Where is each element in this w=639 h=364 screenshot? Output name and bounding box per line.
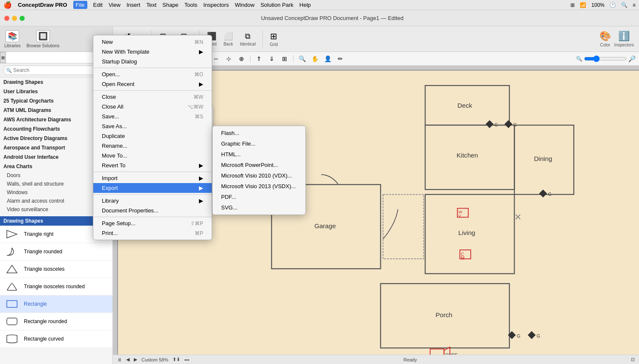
app-name-menu[interactable]: ConceptDraw PRO bbox=[18, 2, 67, 8]
back-group[interactable]: ⬜ Back bbox=[222, 32, 235, 46]
person-tool[interactable]: 👤 bbox=[322, 54, 333, 64]
menubar-solution-park[interactable]: Solution Park bbox=[260, 2, 293, 8]
menu-duplicate[interactable]: Duplicate bbox=[113, 131, 212, 141]
prev-page-button[interactable]: ◀ bbox=[126, 357, 130, 362]
group-tool[interactable]: ⊞ bbox=[279, 54, 290, 64]
search-icon: 🔍 bbox=[6, 68, 12, 73]
hand-tool[interactable]: ✋ bbox=[309, 54, 320, 64]
svg-text:V: V bbox=[458, 214, 461, 218]
menu-sep1 bbox=[113, 68, 212, 68]
svg-text:G: G bbox=[517, 334, 520, 338]
zoom-out-tool[interactable]: 🔍 bbox=[296, 54, 308, 64]
export-powerpoint[interactable]: Microsoft PowerPoint... bbox=[213, 160, 305, 170]
maximize-button[interactable] bbox=[20, 16, 25, 21]
connect-tool[interactable]: ⊕ bbox=[236, 54, 247, 64]
next-page-button[interactable]: ▶ bbox=[134, 357, 137, 362]
menubar-tools[interactable]: Tools bbox=[184, 2, 197, 8]
rectangle-curved-icon bbox=[4, 333, 20, 345]
menu-move-to[interactable]: Move To... bbox=[113, 151, 212, 161]
zoom-in-icon[interactable]: 🔎 bbox=[628, 55, 636, 62]
color-tool[interactable]: 🎨 Color bbox=[599, 31, 611, 47]
svg-text:Living: Living bbox=[458, 229, 475, 236]
export-pdf[interactable]: PDF... bbox=[213, 192, 305, 202]
menu-close[interactable]: Close ⌘W bbox=[113, 92, 212, 102]
export-visio-2013[interactable]: Microsoft Visio 2013 (VSDX)... bbox=[213, 181, 305, 192]
pencil-tool[interactable]: ✏ bbox=[335, 54, 346, 64]
menu-sep3 bbox=[113, 172, 212, 172]
export-submenu: Flash... Graphic File... HTML... Microso… bbox=[212, 126, 306, 215]
zoom-area: 🔍 🔎 bbox=[576, 55, 636, 62]
status-ready: Ready bbox=[403, 357, 417, 362]
search-menubar-icon[interactable]: 🔍 bbox=[621, 2, 627, 8]
menu-export[interactable]: Export ▶ bbox=[113, 183, 212, 193]
menubar-view[interactable]: View bbox=[109, 2, 121, 8]
inspectors-tool[interactable]: ℹ️ Inspectors bbox=[614, 31, 634, 47]
shape-triangle-isosceles-rounded[interactable]: Triangle isosceles rounded bbox=[0, 278, 112, 295]
tab-left-arrow[interactable]: ⊞ bbox=[0, 52, 6, 63]
menu-sep2 bbox=[113, 90, 212, 91]
menubar-shape[interactable]: Shape bbox=[162, 2, 178, 8]
pause-button[interactable]: ⏸ bbox=[117, 357, 122, 362]
svg-marker-17 bbox=[486, 120, 494, 128]
menubar-insert[interactable]: Insert bbox=[127, 2, 141, 8]
grid-group[interactable]: ⊞ Grid bbox=[268, 31, 279, 47]
menu-save[interactable]: Save... ⌘S bbox=[113, 112, 212, 121]
menu-page-setup[interactable]: Page Setup... ⇧⌘P bbox=[113, 218, 212, 228]
shape-label: Triangle rounded bbox=[24, 249, 62, 255]
move-down-tool[interactable]: ⇓ bbox=[266, 54, 277, 64]
menu-doc-properties[interactable]: Document Properties... bbox=[113, 206, 212, 215]
menubar-help[interactable]: Help bbox=[299, 2, 311, 8]
menu-open-recent[interactable]: Open Recent ▶ bbox=[113, 79, 212, 89]
menubar-edit[interactable]: Edit bbox=[93, 2, 103, 8]
status-bar: ⏸ ◀ ▶ Custom 58% ⬆⬇ ▪▪▪ Ready ⊡ bbox=[113, 355, 639, 364]
export-svg[interactable]: SVG... bbox=[213, 202, 305, 213]
move-up-tool[interactable]: ⇑ bbox=[253, 54, 265, 64]
menu-library[interactable]: Library ▶ bbox=[113, 196, 212, 206]
menu-import[interactable]: Import ▶ bbox=[113, 173, 212, 183]
app-window: 🍎 ConceptDraw PRO File Edit View Insert … bbox=[0, 0, 639, 364]
shape-triangle-isosceles[interactable]: Triangle isosceles bbox=[0, 261, 112, 278]
shape-triangle-rounded[interactable]: Triangle rounded bbox=[0, 243, 112, 261]
export-flash[interactable]: Flash... bbox=[213, 128, 305, 138]
shape-label: Rectangle bbox=[24, 301, 47, 307]
triangle-isosceles-icon bbox=[4, 263, 20, 275]
export-html[interactable]: HTML... bbox=[213, 149, 305, 160]
menubar-inspectors[interactable]: Inspectors bbox=[203, 2, 229, 8]
apple-menu[interactable]: 🍎 bbox=[3, 1, 12, 9]
zoom-stepper[interactable]: ⬆⬇ bbox=[173, 357, 180, 362]
resize-handle[interactable]: ⊡ bbox=[631, 357, 635, 362]
menubar-file[interactable]: File bbox=[73, 1, 87, 9]
libraries-button[interactable]: 📚 Libraries bbox=[4, 30, 20, 48]
shape-rectangle[interactable]: Rectangle bbox=[0, 295, 112, 313]
menu-close-all[interactable]: Close All ⌥⌘W bbox=[113, 102, 212, 112]
svg-text:G: G bbox=[537, 334, 540, 338]
close-button[interactable] bbox=[4, 16, 9, 21]
shape-rectangle-curved[interactable]: Rectangle curved bbox=[0, 330, 112, 348]
zoom-slider[interactable] bbox=[584, 55, 627, 62]
identical-group[interactable]: ⧉ Identical bbox=[238, 32, 257, 46]
list-icon[interactable]: ≡ bbox=[633, 2, 636, 8]
menubar-text[interactable]: Text bbox=[146, 2, 156, 8]
menu-open[interactable]: Open... ⌘O bbox=[113, 69, 212, 79]
shape-label: Rectangle curved bbox=[24, 336, 63, 342]
svg-text:G: G bbox=[513, 123, 517, 127]
zoom-out-icon[interactable]: 🔍 bbox=[576, 56, 582, 62]
shapes-tab[interactable] bbox=[6, 52, 106, 63]
menu-print[interactable]: Print... ⌘P bbox=[113, 228, 212, 238]
browse-solutions-button[interactable]: 🔲 Browse Solutions bbox=[26, 30, 59, 48]
menu-save-as[interactable]: Save As... bbox=[113, 121, 212, 131]
shape-rectangle-rounded[interactable]: Rectangle rounded bbox=[0, 313, 112, 330]
minimize-button[interactable] bbox=[12, 16, 17, 21]
menu-revert-to[interactable]: Revert To ▶ bbox=[113, 161, 212, 170]
titlebar: Unsaved ConceptDraw PRO Document - Page1… bbox=[0, 10, 639, 26]
export-visio-2010[interactable]: Microsoft Visio 2010 (VDX)... bbox=[213, 170, 305, 181]
canvas-area[interactable]: Deck Kitchen Dining Garage Living bbox=[113, 66, 639, 355]
export-graphic[interactable]: Graphic File... bbox=[213, 138, 305, 149]
menu-rename[interactable]: Rename... bbox=[113, 141, 212, 151]
crop-tool[interactable]: ⊹ bbox=[223, 54, 234, 64]
shape-label: Triangle right bbox=[24, 231, 54, 237]
menubar-window[interactable]: Window bbox=[235, 2, 254, 8]
page-icons[interactable]: ▪▪▪ bbox=[184, 357, 190, 362]
svg-text:M: M bbox=[461, 256, 465, 261]
menu-startup-dialog[interactable]: Startup Dialog bbox=[113, 66, 212, 66]
